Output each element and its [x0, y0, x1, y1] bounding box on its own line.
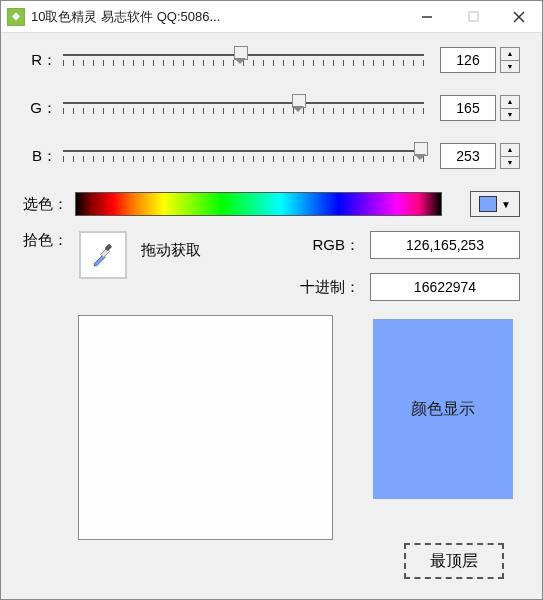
- dec-value-label: 十进制：: [290, 278, 370, 297]
- g-label: G：: [23, 99, 63, 118]
- chevron-down-icon: ▼: [501, 199, 511, 210]
- b-spin-up[interactable]: ▲: [501, 144, 519, 157]
- b-row: B： 253 ▲ ▼: [23, 143, 520, 169]
- b-slider-thumb[interactable]: [414, 142, 426, 160]
- preview-canvas[interactable]: [78, 315, 333, 540]
- color-display-label: 颜色显示: [411, 399, 475, 420]
- r-spin-down[interactable]: ▼: [501, 61, 519, 73]
- app-window: 10取色精灵 易志软件 QQ:5086... R： 126 ▲: [0, 0, 543, 600]
- g-row: G： 165 ▲ ▼: [23, 95, 520, 121]
- color-dropdown-button[interactable]: ▼: [470, 191, 520, 217]
- g-value-input[interactable]: 165: [440, 95, 496, 121]
- r-spinner: ▲ ▼: [500, 47, 520, 73]
- g-slider[interactable]: [63, 96, 424, 120]
- g-spin-up[interactable]: ▲: [501, 96, 519, 109]
- window-controls: [404, 1, 542, 32]
- color-swatch-icon: [479, 196, 497, 212]
- pick-label: 拾色：: [23, 231, 75, 250]
- client-area: R： 126 ▲ ▼ G： 165 ▲ ▼: [1, 33, 542, 599]
- pick-left: 拖动获取: [75, 231, 201, 279]
- b-value-input[interactable]: 253: [440, 143, 496, 169]
- minimize-button[interactable]: [404, 1, 450, 32]
- app-icon: [7, 8, 25, 26]
- close-button[interactable]: [496, 1, 542, 32]
- b-label: B：: [23, 147, 63, 166]
- b-slider[interactable]: [63, 144, 424, 168]
- r-value-input[interactable]: 126: [440, 47, 496, 73]
- color-display-panel: 颜色显示: [373, 319, 513, 499]
- window-title: 10取色精灵 易志软件 QQ:5086...: [31, 8, 404, 26]
- r-spin-up[interactable]: ▲: [501, 48, 519, 61]
- topmost-button[interactable]: 最顶层: [404, 543, 504, 579]
- dec-value-box[interactable]: 16622974: [370, 273, 520, 301]
- pick-row: 拾色： 拖动获取 RGB： 126,165,253 十进制： 16622974: [23, 231, 520, 301]
- b-spinner: ▲ ▼: [500, 143, 520, 169]
- g-spin-down[interactable]: ▼: [501, 109, 519, 121]
- g-slider-thumb[interactable]: [292, 94, 304, 112]
- pick-drag-hint: 拖动获取: [141, 231, 201, 260]
- value-grid: RGB： 126,165,253 十进制： 16622974: [290, 231, 520, 301]
- select-color-label: 选色：: [23, 195, 75, 214]
- r-label: R：: [23, 51, 63, 70]
- select-color-row: 选色： ▼: [23, 191, 520, 217]
- rgb-value-label: RGB：: [290, 236, 370, 255]
- r-row: R： 126 ▲ ▼: [23, 47, 520, 73]
- lower-area: 颜色显示: [23, 315, 520, 540]
- g-spinner: ▲ ▼: [500, 95, 520, 121]
- svg-rect-1: [469, 12, 478, 21]
- hue-strip[interactable]: [75, 192, 442, 216]
- rgb-value-box[interactable]: 126,165,253: [370, 231, 520, 259]
- eyedropper-icon: [90, 242, 116, 268]
- maximize-button[interactable]: [450, 1, 496, 32]
- r-slider[interactable]: [63, 48, 424, 72]
- b-spin-down[interactable]: ▼: [501, 157, 519, 169]
- titlebar: 10取色精灵 易志软件 QQ:5086...: [1, 1, 542, 33]
- eyedropper-button[interactable]: [79, 231, 127, 279]
- topmost-label: 最顶层: [430, 551, 478, 572]
- r-slider-thumb[interactable]: [234, 46, 246, 64]
